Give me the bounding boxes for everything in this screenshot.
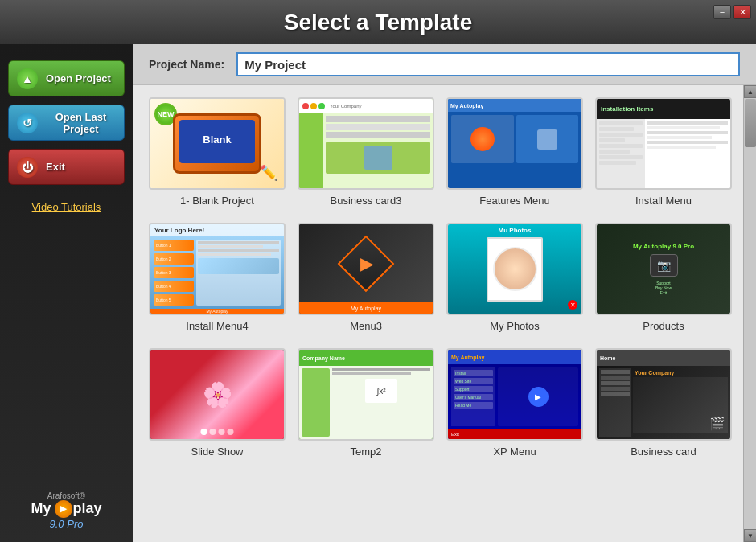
template-thumb-blank: NEW Blank ✏️ bbox=[149, 97, 286, 190]
template-menu3[interactable]: ▶ My Autoplay Menu3 bbox=[298, 223, 434, 332]
template-name-install: Install Menu bbox=[635, 195, 692, 207]
template-name-products: Products bbox=[643, 320, 684, 332]
template-blank[interactable]: NEW Blank ✏️ 1- Blank Project bbox=[149, 97, 286, 207]
template-thumb-xp: My Autoplay Install Web Site Support Use… bbox=[446, 348, 583, 441]
template-my-photos[interactable]: Mu Photos ✕ My Photos bbox=[446, 223, 583, 332]
laptop-frame: Blank bbox=[173, 113, 261, 174]
app-version: 9.0 Pro bbox=[31, 518, 101, 530]
minimize-button[interactable]: − bbox=[713, 5, 731, 19]
template-temp2[interactable]: Company Name ∫x² bbox=[298, 348, 434, 458]
template-install4[interactable]: Your Logo Here! Button 1 Button 2 Button… bbox=[149, 223, 286, 332]
templates-grid: NEW Blank ✏️ 1- Blank Project bbox=[149, 97, 727, 458]
template-name-menu3: Menu3 bbox=[350, 320, 382, 332]
template-thumb-photos: Mu Photos ✕ bbox=[446, 223, 583, 315]
template-name-bizcard: Business card bbox=[631, 446, 696, 458]
close-button[interactable]: ✕ bbox=[733, 5, 751, 19]
project-name-bar: Project Name: bbox=[133, 44, 756, 85]
template-features-menu[interactable]: My Autoplay bbox=[446, 97, 583, 207]
template-name-blank: 1- Blank Project bbox=[180, 195, 254, 207]
open-last-icon: ↺ bbox=[17, 113, 38, 133]
template-bizcard3[interactable]: Your Company bbox=[298, 97, 434, 207]
project-name-input[interactable] bbox=[236, 52, 740, 76]
scrollbar-down-button[interactable]: ▼ bbox=[744, 529, 756, 542]
templates-wrapper: NEW Blank ✏️ 1- Blank Project bbox=[133, 85, 756, 542]
scrollbar-thumb[interactable] bbox=[745, 99, 756, 147]
templates-scroll[interactable]: NEW Blank ✏️ 1- Blank Project bbox=[133, 85, 743, 542]
video-tutorials-link[interactable]: Video Tutorials bbox=[32, 201, 101, 213]
open-project-button[interactable]: ▲ Open Project bbox=[8, 60, 125, 96]
template-thumb-products: My Autoplay 9.0 Pro 📷 SupportBuy NowExit bbox=[595, 223, 732, 315]
template-products[interactable]: My Autoplay 9.0 Pro 📷 SupportBuy NowExit… bbox=[595, 223, 732, 332]
template-name-slideshow: Slide Show bbox=[191, 446, 243, 458]
template-name-features: Features Menu bbox=[479, 195, 549, 207]
template-thumb-bizcard: Home bbox=[595, 348, 732, 441]
template-bizcard[interactable]: Home bbox=[595, 348, 732, 458]
page-title: Select a Template bbox=[284, 10, 472, 35]
scrollbar-up-button[interactable]: ▲ bbox=[744, 85, 756, 98]
logo-area: Arafosoft® My ▶play 9.0 Pro bbox=[31, 491, 101, 542]
template-name-temp2: Temp2 bbox=[350, 446, 381, 458]
title-bar: Select a Template − ✕ bbox=[0, 0, 756, 44]
template-xp-menu[interactable]: My Autoplay Install Web Site Support Use… bbox=[446, 348, 583, 458]
template-thumb-slideshow: 🌸 bbox=[149, 348, 286, 441]
main-layout: ▲ Open Project ↺ Open Last Project ⏻ Exi… bbox=[0, 44, 756, 542]
template-name-bizcard3: Business card3 bbox=[331, 195, 402, 207]
open-project-icon: ▲ bbox=[17, 68, 38, 89]
sidebar: ▲ Open Project ↺ Open Last Project ⏻ Exi… bbox=[0, 44, 133, 542]
template-thumb-bizcard3: Your Company bbox=[298, 97, 434, 190]
template-name-install4: Install Menu4 bbox=[186, 320, 248, 332]
template-thumb-install: Installation Items bbox=[595, 97, 732, 190]
pencil-icon: ✏️ bbox=[260, 164, 277, 182]
exit-button[interactable]: ⏻ Exit bbox=[8, 149, 125, 185]
app-name: My ▶play bbox=[31, 500, 101, 518]
exit-icon: ⏻ bbox=[17, 157, 38, 178]
brand-name: Arafosoft® bbox=[31, 491, 101, 500]
template-thumb-install4: Your Logo Here! Button 1 Button 2 Button… bbox=[149, 223, 286, 315]
template-install-menu[interactable]: Installation Items bbox=[595, 97, 732, 207]
template-slideshow[interactable]: 🌸 Slide Show bbox=[149, 348, 286, 458]
autoplay-icon: ▶ bbox=[55, 500, 72, 518]
scrollbar-track: ▲ ▼ bbox=[743, 85, 756, 542]
project-name-label: Project Name: bbox=[149, 58, 224, 71]
template-thumb-temp2: Company Name ∫x² bbox=[298, 348, 434, 441]
template-name-xp: XP Menu bbox=[493, 446, 536, 458]
template-name-photos: My Photos bbox=[490, 320, 539, 332]
content-area: Project Name: NEW Blank ✏️ bbox=[133, 44, 756, 542]
template-thumb-features: My Autoplay bbox=[446, 97, 583, 190]
open-last-project-button[interactable]: ↺ Open Last Project bbox=[8, 105, 125, 141]
template-thumb-menu3: ▶ My Autoplay bbox=[298, 223, 434, 315]
window-controls: − ✕ bbox=[713, 5, 751, 19]
